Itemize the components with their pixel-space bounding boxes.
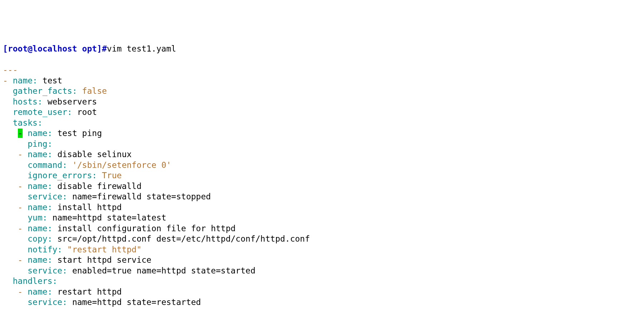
yaml-key-name: name	[13, 76, 33, 85]
task-notify-val: "restart httpd"	[67, 245, 142, 254]
handler-module-key: service	[28, 297, 62, 307]
handler-module-val: name=httpd state=restarted	[72, 297, 201, 307]
yaml-dash: -	[18, 150, 23, 159]
yaml-key-remote-user: remote_user	[13, 107, 67, 117]
handler-name-val: restart httpd	[57, 287, 122, 296]
task-module-key: service	[28, 266, 62, 275]
yaml-dash: -	[3, 76, 8, 85]
task-module-key: ping	[28, 139, 47, 149]
yaml-dash: -	[18, 203, 23, 212]
yaml-val-name: test	[43, 76, 62, 85]
task-name-val: disable selinux	[57, 150, 132, 159]
task-name-key: name	[28, 150, 47, 159]
task-name-key: name	[28, 181, 47, 191]
task-name-key: name	[28, 129, 47, 138]
shell-command: vim test1.yaml	[107, 44, 176, 53]
terminal-editor[interactable]: [root@localhost opt]#vim test1.yaml --- …	[3, 44, 641, 308]
task-name-val: install httpd	[57, 203, 122, 212]
task-module-val: name=firewalld state=stopped	[72, 192, 211, 201]
yaml-dash: -	[18, 287, 23, 296]
yaml-key-hosts: hosts	[13, 97, 38, 106]
yaml-val-gather-facts: false	[82, 86, 107, 96]
task-module-val: '/sbin/setenforce 0'	[72, 160, 171, 170]
cursor: -	[18, 129, 23, 138]
yaml-dash: -	[18, 224, 23, 233]
task-name-val: install configuration file for httpd	[57, 224, 236, 233]
task-ignore-val: True	[102, 171, 122, 180]
shell-prompt: [root@localhost opt]#	[3, 44, 107, 53]
task-module-val: enabled=true name=httpd state=started	[72, 266, 255, 275]
yaml-key-gather-facts: gather_facts	[13, 86, 72, 96]
task-name-val: start httpd service	[57, 255, 151, 265]
task-module-key: command	[28, 160, 62, 170]
task-ignore-key: ignore_errors	[28, 171, 92, 180]
task-name-key: name	[28, 255, 47, 265]
task-module-key: yum	[28, 213, 43, 222]
task-name-key: name	[28, 203, 47, 212]
handler-name-key: name	[28, 287, 47, 296]
task-name-key: name	[28, 224, 47, 233]
task-notify-key: notify	[28, 245, 57, 254]
yaml-val-remote-user: root	[77, 107, 97, 117]
task-module-key: service	[28, 192, 62, 201]
yaml-key-handlers: handlers	[13, 276, 53, 286]
task-name-val: disable firewalld	[57, 181, 141, 191]
task-module-key: copy	[28, 234, 47, 243]
task-name-val: test ping	[57, 129, 102, 138]
yaml-doc-start: ---	[3, 65, 18, 74]
yaml-key-tasks: tasks	[13, 118, 38, 127]
task-module-val: name=httpd state=latest	[53, 213, 167, 222]
yaml-val-hosts: webservers	[48, 97, 97, 106]
yaml-dash: -	[18, 181, 23, 191]
yaml-dash: -	[18, 255, 23, 265]
task-module-val: src=/opt/httpd.conf dest=/etc/httpd/conf…	[57, 234, 310, 243]
